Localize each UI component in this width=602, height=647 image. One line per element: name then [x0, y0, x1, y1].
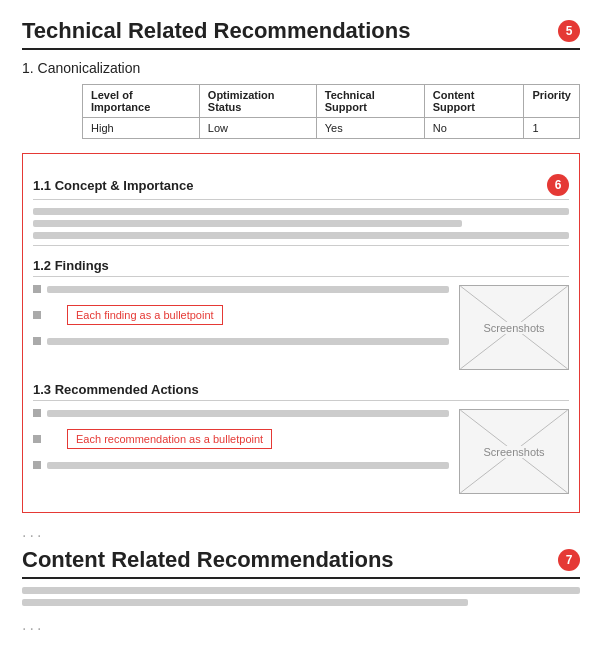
recommendations-title: 1.3 Recommended Actions — [33, 382, 199, 397]
content-line-2 — [33, 220, 462, 227]
rec-bullet-row-1 — [33, 409, 449, 417]
cs-line-2 — [22, 599, 468, 606]
bullet-row-1 — [33, 285, 449, 293]
findings-bullets-col: Each finding as a bulletpoint — [33, 285, 449, 370]
concept-title: 1.1 Concept & Importance — [33, 178, 193, 193]
content-section: Content Related Recommendations 7 — [22, 547, 580, 606]
col-header-5: Priority — [524, 85, 580, 118]
ellipsis-1: ... — [22, 523, 580, 541]
bullet-sq-1 — [33, 285, 41, 293]
rec-bullet-sq-2 — [33, 435, 41, 443]
findings-screenshot: Screenshots — [459, 285, 569, 370]
row-cell-5: 1 — [524, 118, 580, 139]
row-cell-1: High — [83, 118, 200, 139]
concept-title-row: 1.1 Concept & Importance 6 — [33, 174, 569, 200]
main-title-section: Technical Related Recommendations 5 — [22, 18, 580, 50]
findings-section: 1.2 Findings Each finding as a bulletpoi… — [33, 258, 569, 370]
col-header-4: Content Support — [424, 85, 524, 118]
ellipsis-2: ... — [22, 616, 580, 634]
content-section-lines — [22, 587, 580, 606]
content-line-3 — [33, 232, 569, 239]
content-line-1 — [33, 208, 569, 215]
col-header-2: Optimization Status — [199, 85, 316, 118]
rec-bullet-sq-3 — [33, 461, 41, 469]
main-badge: 5 — [558, 20, 580, 42]
content-badge: 7 — [558, 549, 580, 571]
recommendations-screenshot-label: Screenshots — [479, 446, 548, 458]
bullet-row-2: Each finding as a bulletpoint — [33, 299, 449, 331]
row-cell-3: Yes — [316, 118, 424, 139]
sep-1 — [33, 245, 569, 246]
rec-bullet-row-3 — [33, 461, 449, 469]
rec-bullet-row-2: Each recommendation as a bulletpoint — [33, 423, 449, 455]
bullet-line-1 — [47, 286, 449, 293]
rec-bullet-line-3 — [47, 462, 449, 469]
bullet-sq-2 — [33, 311, 41, 319]
cs-line-1 — [22, 587, 580, 594]
content-title: Content Related Recommendations — [22, 547, 394, 573]
recommendations-section: 1.3 Recommended Actions Each recommendat… — [33, 382, 569, 494]
col-header-3: Technical Support — [316, 85, 424, 118]
recommendations-title-row: 1.3 Recommended Actions — [33, 382, 569, 401]
recommendations-bullets-col: Each recommendation as a bulletpoint — [33, 409, 449, 494]
recommendations-screenshot: Screenshots — [459, 409, 569, 494]
recommendations-area: Each recommendation as a bulletpoint Scr… — [33, 409, 569, 494]
row-cell-2: Low — [199, 118, 316, 139]
concept-lines — [33, 208, 569, 239]
concept-section: 1.1 Concept & Importance 6 1.2 Findings — [22, 153, 580, 513]
findings-area: Each finding as a bulletpoint Screenshot… — [33, 285, 569, 370]
canon-table: Level of Importance Optimization Status … — [82, 84, 580, 139]
col-header-1: Level of Importance — [83, 85, 200, 118]
findings-screenshot-label: Screenshots — [479, 322, 548, 334]
bullet-line-3 — [47, 338, 449, 345]
main-title: Technical Related Recommendations — [22, 18, 410, 44]
page-container: Technical Related Recommendations 5 1. C… — [0, 0, 602, 647]
rec-bullet-sq-1 — [33, 409, 41, 417]
findings-label: Each finding as a bulletpoint — [67, 305, 223, 325]
concept-badge: 6 — [547, 174, 569, 196]
row-cell-4: No — [424, 118, 524, 139]
rec-bullet-line-1 — [47, 410, 449, 417]
canonicalization-section: 1. Canonicalization Level of Importance … — [22, 60, 580, 139]
bullet-sq-3 — [33, 337, 41, 345]
findings-title: 1.2 Findings — [33, 258, 109, 273]
bullet-row-3 — [33, 337, 449, 345]
recommendations-label: Each recommendation as a bulletpoint — [67, 429, 272, 449]
canon-label: 1. Canonicalization — [22, 60, 580, 76]
findings-title-row: 1.2 Findings — [33, 258, 569, 277]
